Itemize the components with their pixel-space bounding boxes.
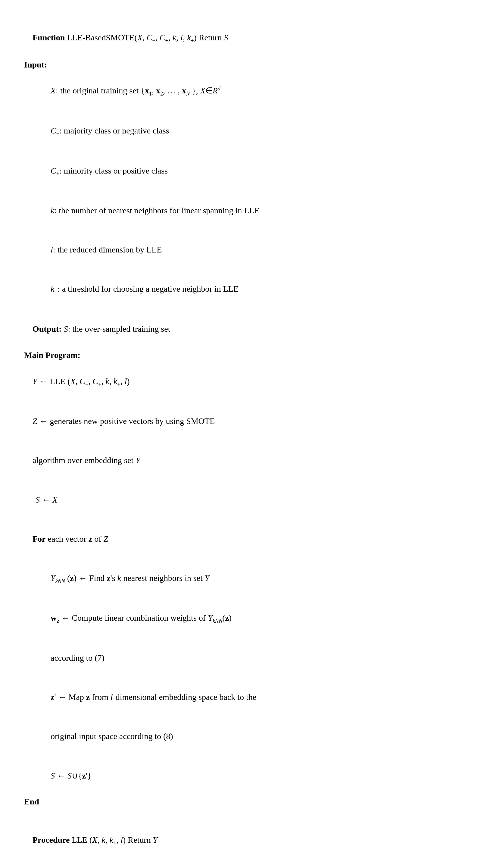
input-kplus: k+: a threshold for choosing a negative … bbox=[24, 269, 454, 309]
procedure-header: Procedure LLE (X, k, k+, l) Return Y bbox=[24, 820, 454, 861]
main-wz-line1: wz ← Compute linear combination weights … bbox=[24, 598, 454, 639]
algorithm-block: Function LLE-BasedSMOTE(X, C−, C+, k, l,… bbox=[24, 18, 454, 868]
main-zprime-line1: z' ← Map z from l-dimensional embedding … bbox=[24, 678, 454, 717]
main-wz-line2: according to (7) bbox=[24, 639, 454, 678]
main-yknn: YkNN (z) ← Find z's k nearest neighbors … bbox=[24, 558, 454, 598]
input-l: l: the reduced dimension by LLE bbox=[24, 230, 454, 269]
input-label: Input: bbox=[24, 58, 454, 71]
main-end: End bbox=[24, 795, 454, 808]
main-s-union: S ← S∪{z'} bbox=[24, 756, 454, 795]
function-header: Function LLE-BasedSMOTE(X, C−, C+, k, l,… bbox=[24, 18, 454, 58]
input-k: k: the number of nearest neighbors for l… bbox=[24, 191, 454, 230]
main-z-smote-line1: Z ← generates new positive vectors by us… bbox=[24, 402, 454, 441]
proc-init-w: Initialize weight matrix W bbox=[24, 860, 454, 868]
output-label: Output: S: the over-sampled training set bbox=[24, 309, 454, 349]
input-c-plus: C+: minority class or positive class bbox=[24, 151, 454, 191]
main-y-lle: Y ← LLE (X, C−, C+, k, k+, l) bbox=[24, 362, 454, 402]
main-z-smote-line2: algorithm over embedding set Y bbox=[24, 441, 454, 480]
main-for-z: For each vector z of Z bbox=[24, 519, 454, 558]
input-c-minus: C−: majority class or negative class bbox=[24, 111, 454, 151]
input-x: X: the original training set {x1, x2, … … bbox=[24, 71, 454, 111]
main-label: Main Program: bbox=[24, 349, 454, 362]
main-zprime-line2: original input space according to (8) bbox=[24, 717, 454, 756]
main-s-x: S ← X bbox=[24, 480, 454, 519]
